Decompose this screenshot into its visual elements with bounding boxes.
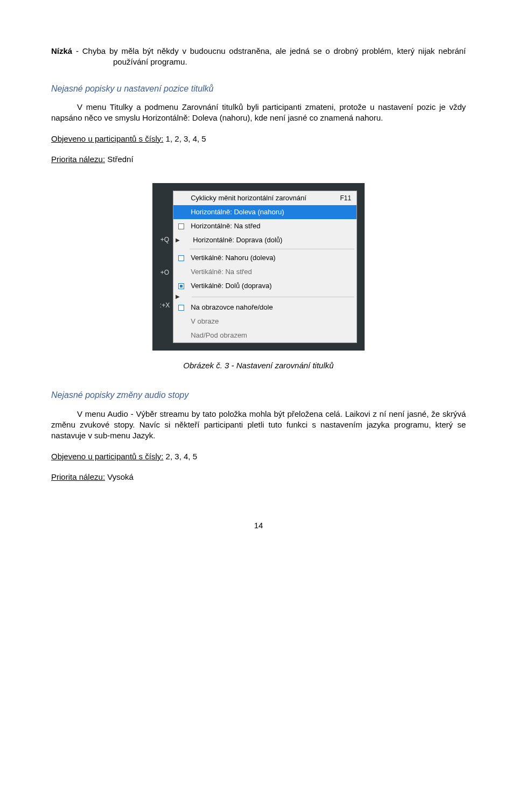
section1-heading: Nejasné popisky u nastavení pozice titul… bbox=[51, 83, 466, 95]
shortcut-strip: +Q +O :+X bbox=[160, 191, 173, 343]
shortcut-q: +Q bbox=[160, 235, 170, 244]
menu-item-v-up[interactable]: Vertikálně: Nahoru (doleva) bbox=[173, 251, 357, 265]
menu-item-label: Vertikálně: Dolů (doprava) bbox=[188, 281, 351, 291]
menu-item-h-right[interactable]: ▶ Horizontálně: Doprava (dolů) bbox=[173, 233, 357, 247]
menu-item-inpicture[interactable]: V obraze bbox=[173, 314, 357, 328]
found-value: 1, 2, 3, 4, 5 bbox=[163, 134, 206, 143]
section1-priority: Priorita nálezu: Střední bbox=[51, 154, 466, 165]
radio-icon bbox=[178, 255, 184, 261]
priority-value: Vysoká bbox=[105, 472, 134, 481]
menu-item-label: Horizontálně: Doprava (dolů) bbox=[191, 235, 351, 245]
shortcut-x: :+X bbox=[160, 301, 170, 310]
priority-label: Priorita nálezu: bbox=[51, 472, 105, 481]
menu-separator bbox=[190, 249, 354, 249]
menu-item-v-down[interactable]: Vertikálně: Dolů (doprava) bbox=[173, 279, 357, 293]
figure-screenshot: +Q +O :+X Cyklicky měnit horizontální za… bbox=[51, 183, 466, 351]
menu-item-label: Cyklicky měnit horizontální zarovnání bbox=[188, 193, 340, 203]
section1-paragraph: V menu Titulky a podmenu Zarovnání titul… bbox=[51, 102, 466, 124]
definition-paragraph: Nízká - Chyba by měla být někdy v budouc… bbox=[51, 46, 466, 68]
menu-item-v-center[interactable]: Vertikálně: Na střed bbox=[173, 265, 357, 279]
shortcut-o: +O bbox=[160, 268, 170, 277]
menu-item-label: V obraze bbox=[188, 317, 351, 326]
definition-lead: Nízká bbox=[51, 46, 72, 55]
priority-value: Střední bbox=[105, 155, 134, 164]
menu-item-label: Vertikálně: Nahoru (doleva) bbox=[188, 253, 351, 263]
menu-item-label: Horizontálně: Doleva (nahoru) bbox=[188, 207, 351, 217]
section2-heading: Nejasné popisky změny audio stopy bbox=[51, 389, 466, 401]
menu-item-h-left[interactable]: Horizontálně: Doleva (nahoru) bbox=[173, 205, 357, 219]
section1-found: Objeveno u participantů s čísly: 1, 2, 3… bbox=[51, 134, 466, 144]
found-value: 2, 3, 4, 5 bbox=[163, 452, 197, 461]
radio-icon bbox=[178, 283, 184, 289]
menu-separator bbox=[192, 297, 354, 297]
priority-label: Priorita nálezu: bbox=[51, 155, 105, 164]
menu-item-label: Vertikálně: Na střed bbox=[188, 267, 351, 277]
section2-priority: Priorita nálezu: Vysoká bbox=[51, 472, 466, 482]
found-label: Objeveno u participantů s čísly: bbox=[51, 134, 163, 143]
menu-item-h-center[interactable]: Horizontálně: Na střed bbox=[173, 219, 357, 233]
context-menu: Cyklicky měnit horizontální zarovnání F1… bbox=[173, 191, 357, 343]
menu-item-label: Na obrazovce nahoře/dole bbox=[188, 303, 351, 312]
found-label: Objeveno u participantů s čísly: bbox=[51, 452, 163, 461]
menu-item-onscreen[interactable]: Na obrazovce nahoře/dole bbox=[173, 300, 357, 314]
page-number: 14 bbox=[51, 520, 466, 531]
menu-item-label: Horizontálně: Na střed bbox=[188, 221, 351, 231]
menu-item-above-below[interactable]: Nad/Pod obrazem bbox=[173, 328, 357, 342]
menu-item-accel: F11 bbox=[340, 194, 351, 202]
radio-icon bbox=[178, 223, 184, 229]
figure-caption: Obrázek č. 3 - Nastavení zarovnání titul… bbox=[51, 360, 466, 371]
radio-icon bbox=[178, 305, 184, 311]
menu-item-cyclic[interactable]: Cyklicky měnit horizontální zarovnání F1… bbox=[173, 191, 357, 205]
submenu-arrow-icon: ▶ bbox=[173, 293, 191, 300]
section2-found: Objeveno u participantů s čísly: 2, 3, 4… bbox=[51, 451, 466, 462]
menu-item-label: Nad/Pod obrazem bbox=[188, 331, 351, 340]
submenu-arrow-icon: ▶ bbox=[173, 236, 191, 244]
section2-paragraph: V menu Audio - Výběr streamu by tato pol… bbox=[51, 409, 466, 442]
definition-text: - Chyba by měla být někdy v budoucnu ods… bbox=[72, 46, 466, 66]
